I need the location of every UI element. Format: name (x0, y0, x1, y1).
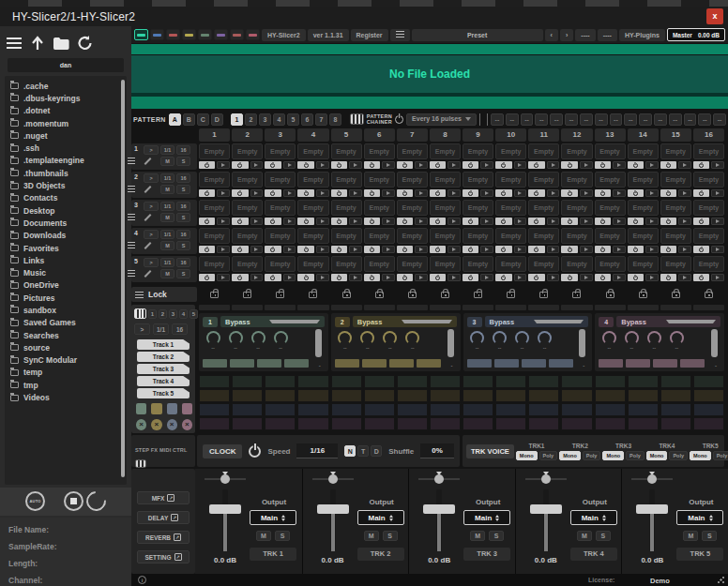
step-cell[interactable]: Empty (331, 200, 362, 226)
step-power-button[interactable] (397, 161, 413, 169)
step-power-button[interactable] (430, 246, 446, 253)
step-play-button[interactable] (547, 161, 560, 169)
step-fx-cell[interactable] (595, 389, 626, 402)
step-cell[interactable]: Empty (232, 256, 263, 282)
step-cell[interactable]: Empty (199, 200, 230, 226)
volume-fader[interactable] (631, 489, 673, 551)
step-fx-cell[interactable] (463, 375, 493, 388)
step-power-button[interactable] (265, 161, 281, 169)
length-button[interactable]: 16 (176, 258, 190, 267)
step-cell[interactable]: Empty (463, 228, 493, 254)
step-play-button[interactable] (217, 218, 230, 225)
fx-grid-cell[interactable] (495, 305, 526, 310)
pattern-slot-button[interactable]: 3 (259, 113, 271, 126)
step-power-button[interactable] (364, 218, 380, 225)
step-cell[interactable]: Empty (495, 256, 526, 282)
fx-grid-cell[interactable] (199, 305, 230, 310)
step-fx-cell[interactable] (265, 375, 296, 388)
step-power-button[interactable] (660, 189, 676, 197)
solo-button[interactable]: S (596, 531, 611, 541)
step-fx-cell[interactable] (660, 389, 691, 402)
step-power-button[interactable] (561, 218, 577, 225)
color-tab[interactable] (246, 29, 260, 40)
color-tab[interactable] (150, 29, 164, 40)
step-play-button[interactable] (547, 218, 560, 225)
step-play-button[interactable] (711, 189, 724, 197)
step-cell[interactable]: Empty (528, 228, 559, 254)
preset-select[interactable]: Preset (412, 29, 543, 41)
fx-knob[interactable]: -- (468, 331, 487, 351)
color-tab[interactable] (166, 29, 180, 40)
step-fx-cell[interactable] (297, 389, 328, 402)
track-name-chip[interactable]: TRK 1 (250, 548, 296, 561)
step-fx-cell[interactable] (561, 417, 592, 430)
fx-type-select[interactable]: Bypass (616, 316, 720, 327)
poly-button[interactable]: Poly (626, 451, 645, 460)
step-power-button[interactable] (595, 274, 611, 281)
step-power-button[interactable] (397, 246, 413, 253)
rate-button[interactable]: 1/1 (160, 145, 174, 155)
loop-icon[interactable] (83, 488, 111, 516)
step-play-button[interactable] (415, 189, 428, 197)
fx-window-button[interactable]: REVERB ↗ (137, 531, 190, 544)
step-cell[interactable]: Empty (561, 256, 592, 282)
step-power-button[interactable] (397, 218, 413, 225)
step-power-button[interactable] (628, 189, 644, 197)
step-power-button[interactable] (199, 189, 215, 197)
step-power-button[interactable] (495, 246, 511, 253)
brand-button[interactable]: HY-Plugins (619, 29, 665, 41)
pattern-slot-button[interactable]: 4 (273, 113, 285, 126)
step-play-button[interactable] (250, 274, 264, 281)
step-cell[interactable]: Empty (595, 172, 626, 198)
step-play-button[interactable] (283, 274, 296, 281)
step-power-button[interactable] (232, 218, 248, 225)
folder-item[interactable]: Documents (5, 217, 127, 229)
step-play-button[interactable] (645, 161, 659, 169)
mute-button[interactable]: M (364, 531, 379, 541)
fx-bar-slider[interactable] (362, 359, 387, 368)
step-fx-cell[interactable] (265, 403, 296, 416)
fx-mix-slider[interactable] (315, 329, 322, 357)
column-lock-button[interactable] (199, 287, 230, 302)
mute-button[interactable]: M (470, 531, 485, 541)
info-icon[interactable] (138, 576, 146, 584)
folder-item[interactable]: Contacts (5, 192, 127, 204)
step-cell[interactable]: Empty (265, 172, 296, 198)
mute-button[interactable]: M (160, 185, 174, 194)
step-play-button[interactable] (514, 246, 527, 253)
close-button[interactable]: x (706, 8, 723, 24)
up-directory-icon[interactable] (30, 36, 45, 51)
solo-button[interactable]: S (383, 531, 398, 541)
step-power-button[interactable] (463, 218, 478, 225)
step-cell[interactable]: Empty (265, 256, 296, 282)
direction-button[interactable]: > (144, 230, 159, 239)
fx-bar-slider[interactable] (599, 359, 623, 368)
step-power-button[interactable] (595, 218, 611, 225)
folder-item[interactable]: OneDrive (5, 279, 127, 292)
fx-track-button[interactable]: Track 3 (137, 364, 190, 374)
resize-grip[interactable] (717, 576, 725, 584)
step-cell[interactable]: Empty (495, 200, 526, 226)
folder-item[interactable]: Desktop (5, 204, 127, 217)
step-cell[interactable]: Empty (199, 143, 230, 170)
step-power-button[interactable] (595, 189, 611, 197)
step-power-button[interactable] (561, 189, 577, 197)
step-power-button[interactable] (232, 274, 248, 281)
step-cell[interactable]: Empty (297, 228, 328, 254)
color-tab[interactable] (230, 29, 244, 40)
step-fx-cell[interactable] (495, 389, 526, 402)
step-play-button[interactable] (480, 246, 493, 253)
fx-knob[interactable]: -- (491, 331, 509, 351)
step-power-button[interactable] (628, 161, 644, 169)
step-play-button[interactable] (382, 189, 395, 197)
step-cell[interactable]: Empty (660, 256, 691, 282)
step-cell[interactable]: Empty (430, 200, 461, 226)
column-lock-button[interactable] (297, 287, 328, 302)
folder-item[interactable]: Videos (5, 391, 127, 403)
step-play-button[interactable] (580, 189, 593, 197)
step-play-button[interactable] (250, 218, 264, 225)
poly-button[interactable]: Poly (669, 451, 688, 460)
fx-length-button[interactable]: 16 (172, 323, 188, 335)
step-fx-cell[interactable] (463, 417, 493, 430)
folder-item[interactable]: temp (5, 367, 127, 379)
